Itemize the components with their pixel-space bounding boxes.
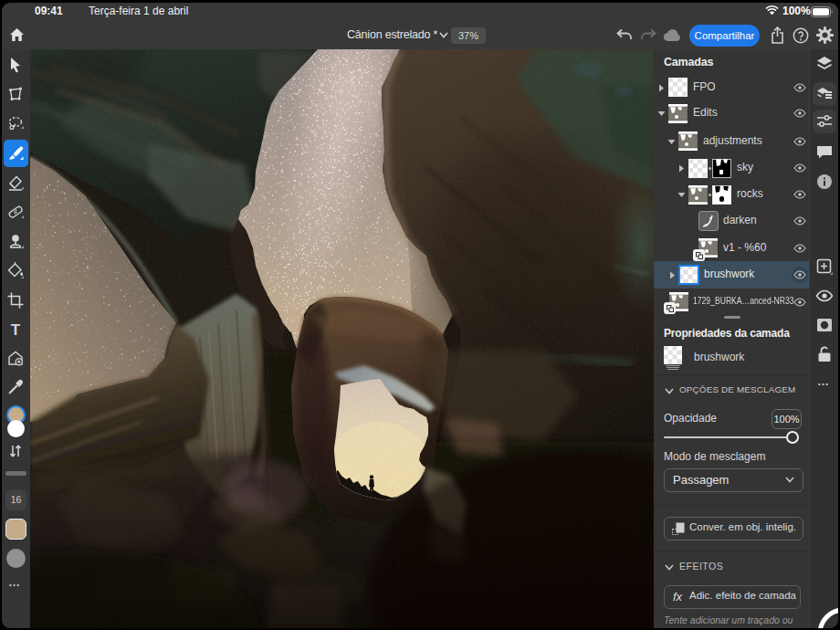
svg-text:T: T [11,321,21,339]
